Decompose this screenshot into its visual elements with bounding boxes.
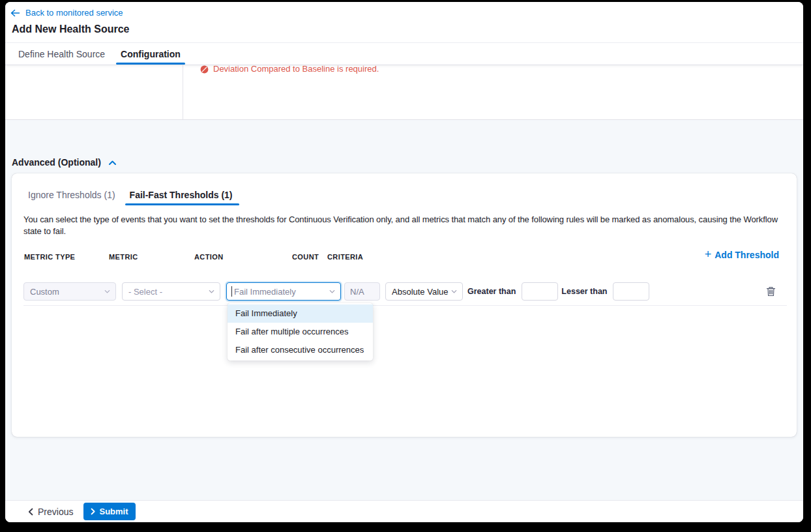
submit-label: Submit: [99, 507, 128, 516]
wizard-tab-bar: Define Health Source Configuration: [5, 43, 803, 65]
chevron-down-icon: [104, 288, 111, 295]
column-header-metric: METRIC: [109, 253, 138, 261]
column-header-action: ACTION: [194, 253, 224, 261]
error-circle-icon: [200, 65, 209, 74]
thresholds-table-header: METRIC TYPE METRIC ACTION COUNT CRITERIA…: [12, 250, 797, 265]
thresholds-description: You can select the type of events that y…: [23, 214, 782, 237]
menu-item-fail-after-multiple[interactable]: Fail after multiple occurrences: [228, 323, 373, 341]
greater-than-input[interactable]: [522, 282, 558, 301]
tab-configuration[interactable]: Configuration: [116, 43, 185, 65]
plus-icon: +: [705, 250, 712, 259]
chevron-down-icon: [329, 288, 336, 295]
previous-label: Previous: [38, 507, 73, 517]
row-divider: [23, 305, 787, 306]
action-value: Fail Immediately: [234, 287, 296, 297]
column-header-count: COUNT: [292, 253, 319, 261]
lesser-than-input[interactable]: [613, 282, 649, 301]
chevron-right-icon: [91, 508, 95, 515]
count-input: N/A: [344, 282, 380, 301]
add-threshold-button[interactable]: + Add Threshold: [705, 250, 779, 260]
left-panel: [5, 65, 183, 119]
text-cursor: [231, 286, 232, 297]
configuration-panel: Deviation Compared to Baseline is requir…: [5, 65, 803, 120]
threshold-row: Custom - Select - Fail Immediately: [23, 282, 786, 301]
menu-item-fail-after-consecutive[interactable]: Fail after consecutive occurrences: [228, 341, 373, 359]
tab-define-health-source[interactable]: Define Health Source: [18, 43, 105, 65]
advanced-section-title: Advanced (Optional): [12, 157, 101, 168]
app-window: Back to monitored service Add New Health…: [5, 2, 803, 522]
advanced-section-header: Advanced (Optional): [12, 157, 117, 168]
back-link-label[interactable]: Back to monitored service: [25, 8, 123, 18]
previous-button[interactable]: Previous: [28, 507, 73, 517]
criteria-select[interactable]: Absolute Value: [385, 282, 463, 301]
metric-placeholder: - Select -: [128, 287, 162, 297]
error-message: Deviation Compared to Baseline is requir…: [213, 65, 379, 74]
add-threshold-label: Add Threshold: [715, 250, 779, 260]
back-button[interactable]: Back to monitored service: [5, 2, 123, 18]
wizard-footer: Previous Submit: [5, 500, 803, 522]
metric-type-value: Custom: [30, 287, 59, 297]
chevron-up-icon[interactable]: [108, 160, 117, 166]
action-select[interactable]: Fail Immediately: [226, 282, 341, 301]
chevron-left-icon: [28, 508, 33, 516]
criteria-value: Absolute Value: [392, 287, 449, 297]
thresholds-tab-bar: Ignore Thresholds (1) Fail-Fast Threshol…: [12, 173, 797, 205]
count-value: N/A: [350, 287, 364, 297]
greater-than-label: Greater than: [467, 287, 516, 296]
delete-threshold-button[interactable]: [766, 286, 776, 297]
page-header: Back to monitored service Add New Health…: [5, 2, 803, 43]
column-header-criteria: CRITERIA: [327, 253, 363, 261]
tab-ignore-thresholds[interactable]: Ignore Thresholds (1): [28, 190, 115, 205]
thresholds-card: Ignore Thresholds (1) Fail-Fast Threshol…: [12, 173, 797, 437]
content-area: Advanced (Optional) Ignore Thresholds (1…: [5, 120, 803, 500]
metric-type-select: Custom: [23, 282, 116, 301]
tab-fail-fast-thresholds[interactable]: Fail-Fast Thresholds (1): [130, 190, 233, 205]
right-panel: Deviation Compared to Baseline is requir…: [183, 65, 803, 119]
screenshot-frame: Back to monitored service Add New Health…: [0, 0, 811, 532]
action-dropdown-menu: Fail Immediately Fail after multiple occ…: [228, 303, 373, 361]
page-title: Add New Health Source: [12, 23, 803, 35]
lesser-than-label: Lesser than: [561, 287, 607, 296]
menu-item-fail-immediately[interactable]: Fail Immediately: [228, 304, 373, 323]
trash-icon: [766, 286, 776, 297]
metric-select[interactable]: - Select -: [122, 282, 220, 301]
validation-error: Deviation Compared to Baseline is requir…: [200, 65, 803, 74]
chevron-down-icon: [450, 288, 458, 295]
column-header-metric-type: METRIC TYPE: [24, 253, 75, 261]
submit-button[interactable]: Submit: [83, 503, 135, 520]
chevron-down-icon: [208, 288, 215, 295]
arrow-left-icon: [10, 8, 20, 18]
